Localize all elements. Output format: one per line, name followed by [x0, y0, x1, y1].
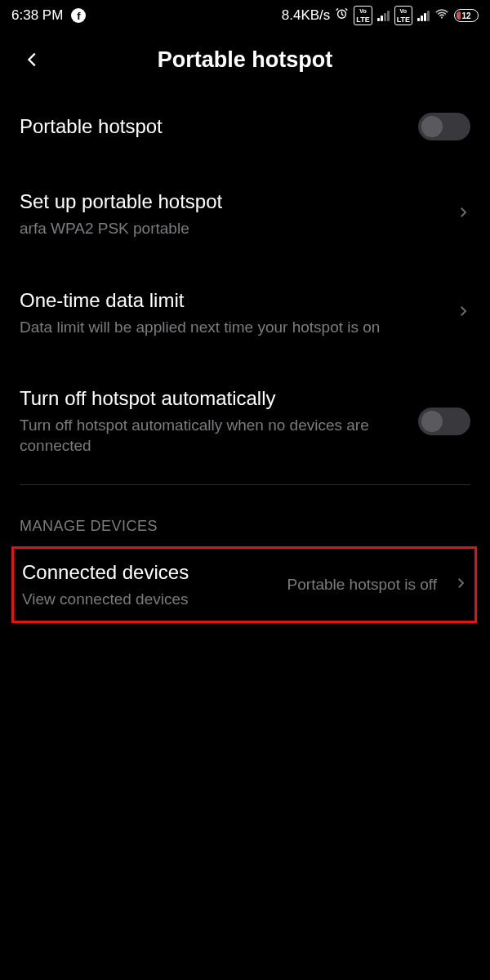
hotspot-toggle[interactable] — [418, 113, 470, 140]
status-time: 6:38 PM — [11, 7, 63, 24]
highlight-connected-devices: Connected devices View connected devices… — [11, 546, 477, 624]
row-subtitle: View connected devices — [22, 590, 271, 610]
row-title: Turn off hotspot automatically — [20, 386, 402, 411]
wifi-icon — [434, 7, 449, 25]
chevron-right-icon — [453, 576, 468, 594]
row-setup-hotspot[interactable]: Set up portable hotspot arfa WPA2 PSK po… — [20, 165, 470, 264]
auto-off-toggle[interactable] — [418, 408, 470, 435]
svg-point-1 — [441, 16, 443, 18]
section-manage-devices: MANAGE DEVICES — [20, 485, 470, 546]
row-connected-devices[interactable]: Connected devices View connected devices… — [14, 557, 471, 613]
row-auto-off[interactable]: Turn off hotspot automatically Turn off … — [20, 362, 470, 480]
row-subtitle: Data limit will be applied next time you… — [20, 318, 439, 338]
status-data-rate: 8.4KB/s — [282, 7, 331, 24]
battery-icon: 12 — [454, 9, 479, 22]
row-value: Portable hotspot is off — [287, 576, 437, 594]
chevron-right-icon — [456, 205, 470, 223]
chevron-right-icon — [456, 304, 470, 322]
row-title: Set up portable hotspot — [20, 189, 439, 214]
row-title: Connected devices — [22, 560, 271, 585]
row-data-limit[interactable]: One-time data limit Data limit will be a… — [20, 264, 470, 363]
page-title: Portable hotspot — [0, 47, 490, 73]
row-subtitle: arfa WPA2 PSK portable — [20, 219, 439, 239]
signal-icon-1 — [377, 10, 390, 21]
back-button[interactable] — [16, 43, 49, 76]
volte-icon-2: VoLTE — [394, 6, 412, 25]
page-header: Portable hotspot — [0, 31, 490, 88]
row-title: One-time data limit — [20, 288, 439, 313]
row-subtitle: Turn off hotspot automatically when no d… — [20, 416, 402, 456]
volte-icon-1: VoLTE — [354, 6, 372, 25]
row-title: Portable hotspot — [20, 114, 402, 139]
status-bar: 6:38 PM f 8.4KB/s VoLTE VoLTE 12 — [0, 0, 490, 31]
facebook-notification-icon: f — [71, 8, 86, 23]
row-portable-hotspot[interactable]: Portable hotspot — [20, 88, 470, 165]
signal-icon-2 — [417, 10, 430, 21]
alarm-icon — [335, 7, 349, 24]
